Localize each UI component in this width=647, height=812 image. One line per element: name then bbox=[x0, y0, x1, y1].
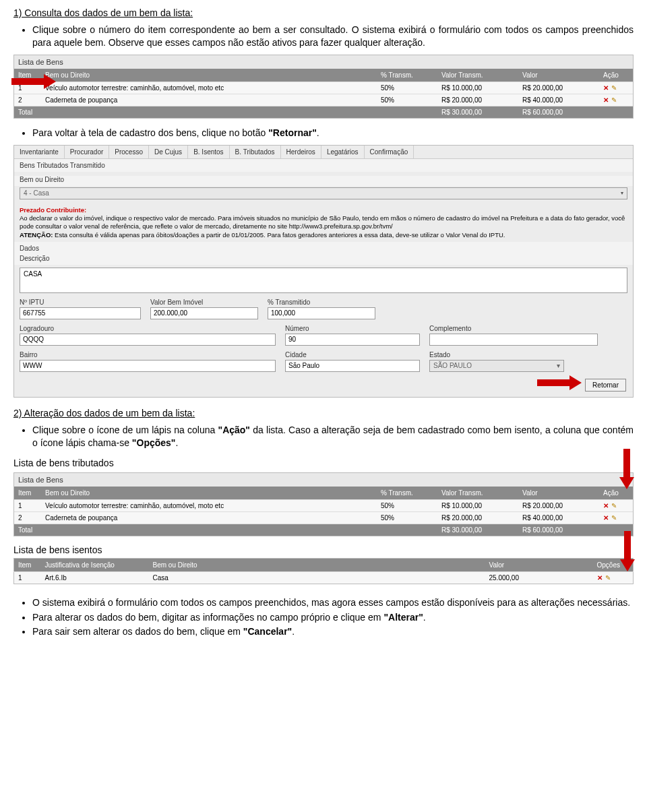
bens-table-title: Lista de Bens bbox=[14, 55, 633, 69]
label-bairro: Bairro bbox=[20, 351, 276, 358]
dropdown-bem-direito[interactable]: 4 - Casa▾ bbox=[20, 187, 627, 199]
tab-processo[interactable]: Processo bbox=[109, 146, 149, 158]
delete-icon[interactable]: ✕ bbox=[603, 502, 609, 509]
label-dados: Dados bbox=[14, 242, 633, 255]
table-row: 2 Caderneta de poupança 50% R$ 20.000,00… bbox=[14, 511, 633, 524]
cell-bem: Veículo automotor terrestre: caminhão, a… bbox=[41, 82, 377, 94]
red-arrow-down-icon bbox=[620, 531, 635, 571]
chevron-down-icon: ▾ bbox=[557, 362, 560, 369]
label-complemento: Complemento bbox=[429, 325, 598, 332]
cell-bem: Casa bbox=[149, 571, 485, 584]
edit-icon[interactable]: ✎ bbox=[611, 96, 617, 104]
table-row: 1 Veículo automotor terrestre: caminhão,… bbox=[14, 499, 633, 511]
label-iptu: Nº IPTU bbox=[20, 299, 141, 306]
section1-bullet1: Clique sobre o número do item correspond… bbox=[32, 24, 634, 49]
bens-table: Item Bem ou Direito % Transm. Valor Tran… bbox=[14, 69, 633, 118]
col-pct: % Transm. bbox=[377, 487, 437, 500]
tab-bisentos[interactable]: B. Isentos bbox=[188, 146, 229, 158]
tab-decujus[interactable]: De Cujus bbox=[149, 146, 188, 158]
estado-select[interactable]: SÃO PAULO▾ bbox=[429, 360, 564, 372]
pct-transmitido-field[interactable] bbox=[268, 307, 375, 319]
cidade-field[interactable] bbox=[285, 360, 420, 372]
cell-item[interactable]: 2 bbox=[14, 511, 41, 524]
col-item: Item bbox=[14, 487, 41, 500]
label-numero: Número bbox=[285, 325, 420, 332]
edit-icon[interactable]: ✎ bbox=[611, 514, 617, 522]
label-descricao: Descrição bbox=[14, 255, 633, 265]
cell-valor: 25.000,00 bbox=[485, 571, 593, 584]
col-justificativa: Justificativa de Isenção bbox=[41, 558, 149, 571]
label-pct-transmitido: % Transmitido bbox=[268, 299, 375, 306]
delete-icon[interactable]: ✕ bbox=[603, 84, 609, 92]
col-bem: Bem ou Direito bbox=[41, 487, 377, 500]
col-bem: Bem ou Direito bbox=[41, 69, 377, 82]
tab-herdeiros[interactable]: Herdeiros bbox=[281, 146, 321, 158]
red-arrow-down-icon bbox=[619, 449, 634, 489]
section3-bullet1: O sistema exibirá o formulário com todos… bbox=[32, 596, 634, 609]
cell-vtrans: R$ 10.000,00 bbox=[437, 82, 518, 94]
edit-icon[interactable]: ✎ bbox=[611, 502, 617, 509]
cell-valor: R$ 20.000,00 bbox=[518, 82, 599, 94]
cell-bem: Caderneta de poupança bbox=[41, 511, 377, 524]
form-section-title: Bens Tributados Transmitido bbox=[14, 159, 633, 172]
cell-vtrans: R$ 20.000,00 bbox=[437, 94, 518, 106]
valor-bem-field[interactable] bbox=[150, 307, 258, 319]
edit-icon[interactable]: ✎ bbox=[611, 84, 617, 92]
heading-bens-isentos: Lista de bens isentos bbox=[13, 544, 634, 555]
bens-table: Item Bem ou Direito % Transm. Valor Tran… bbox=[14, 487, 633, 536]
tab-confirmacao[interactable]: Confirmação bbox=[365, 146, 414, 158]
cell-item[interactable]: 1 bbox=[14, 499, 41, 511]
isentos-table: Item Justificativa de Isenção Bem ou Dir… bbox=[13, 558, 634, 584]
iptu-field[interactable] bbox=[20, 307, 141, 319]
form-panel: Inventariante Procurador Processo De Cuj… bbox=[13, 145, 634, 398]
numero-field[interactable] bbox=[285, 334, 420, 346]
cell-item[interactable]: 1 bbox=[14, 571, 41, 584]
cell-justificativa: Art.6.Ib bbox=[41, 571, 149, 584]
col-pct: % Transm. bbox=[377, 69, 437, 82]
table-row: 1 Veículo automotor terrestre: caminhão,… bbox=[14, 82, 633, 94]
delete-icon[interactable]: ✕ bbox=[603, 514, 609, 522]
red-arrow-icon bbox=[11, 74, 59, 89]
cell-valor: R$ 40.000,00 bbox=[518, 94, 599, 106]
tab-procurador[interactable]: Procurador bbox=[65, 146, 109, 158]
logradouro-field[interactable] bbox=[20, 334, 276, 346]
descricao-field[interactable]: CASA bbox=[20, 268, 627, 293]
edit-icon[interactable]: ✎ bbox=[605, 574, 611, 582]
cell-pct: 50% bbox=[377, 94, 437, 106]
retornar-button[interactable]: Retornar bbox=[585, 379, 626, 392]
tab-inventariante[interactable]: Inventariante bbox=[14, 146, 65, 158]
complemento-field[interactable] bbox=[429, 334, 598, 346]
col-vtrans: Valor Transm. bbox=[437, 487, 518, 500]
bens-table-panel-1: Lista de Bens Item Bem ou Direito % Tran… bbox=[13, 55, 634, 119]
col-vtrans: Valor Transm. bbox=[437, 69, 518, 82]
cell-pct: 50% bbox=[377, 499, 437, 511]
cell-valor: R$ 40.000,00 bbox=[518, 511, 599, 524]
tabs-bar: Inventariante Procurador Processo De Cuj… bbox=[14, 146, 633, 159]
col-item: Item bbox=[14, 558, 41, 571]
bairro-field[interactable] bbox=[20, 360, 276, 372]
col-acao: Ação bbox=[599, 69, 633, 82]
delete-icon[interactable]: ✕ bbox=[597, 574, 603, 582]
table-total-row: Total R$ 30.000,00 R$ 60.000,00 bbox=[14, 524, 633, 536]
cell-item[interactable]: 2 bbox=[14, 94, 41, 106]
cell-vtrans: R$ 20.000,00 bbox=[437, 511, 518, 524]
label-bem-direito: Bem ou Direito bbox=[14, 176, 633, 186]
section2-bullet1: Clique sobre o ícone de um lápis na colu… bbox=[32, 424, 634, 449]
section1-title: 1) Consulta dos dados de um bem da lista… bbox=[13, 7, 634, 20]
bens-table-title: Lista de Bens bbox=[14, 473, 633, 487]
delete-icon[interactable]: ✕ bbox=[603, 96, 609, 104]
section2-title: 2) Alteração dos dados de um bem da list… bbox=[13, 407, 634, 420]
label-valor-bem: Valor Bem Imóvel bbox=[150, 299, 258, 306]
cell-bem: Caderneta de poupança bbox=[41, 94, 377, 106]
tab-btributados[interactable]: B. Tributados bbox=[230, 146, 281, 158]
col-bem: Bem ou Direito bbox=[149, 558, 485, 571]
bens-table-panel-2: Lista de Bens Item Bem ou Direito % Tran… bbox=[13, 472, 634, 536]
cell-pct: 50% bbox=[377, 82, 437, 94]
col-valor: Valor bbox=[485, 558, 593, 571]
tab-legatarios[interactable]: Legatários bbox=[321, 146, 365, 158]
label-cidade: Cidade bbox=[285, 351, 420, 358]
table-row: 1 Art.6.Ib Casa 25.000,00 ✕✎ bbox=[14, 571, 634, 584]
table-total-row: Total R$ 30.000,00 R$ 60.000,00 bbox=[14, 106, 633, 118]
section1-bullet2: Para voltar à tela de cadastro dos bens,… bbox=[32, 127, 634, 139]
table-row: 2 Caderneta de poupança 50% R$ 20.000,00… bbox=[14, 94, 633, 106]
